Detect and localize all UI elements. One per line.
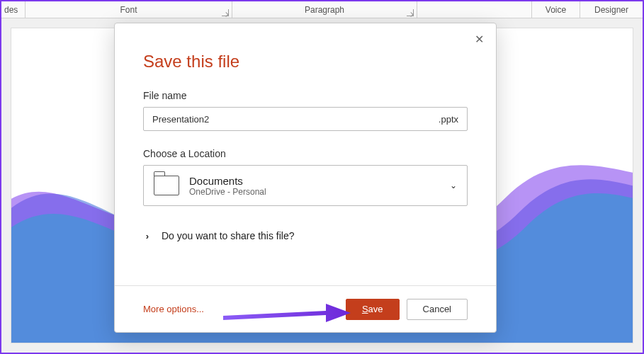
chevron-down-icon: ⌄ xyxy=(450,181,457,190)
chevron-right-icon: › xyxy=(143,231,152,241)
filename-label: File name xyxy=(143,90,468,101)
close-button[interactable]: ✕ xyxy=(469,29,489,49)
save-button-rest: ave xyxy=(368,304,383,314)
cancel-button[interactable]: Cancel xyxy=(407,299,468,320)
close-icon: ✕ xyxy=(475,33,484,46)
font-dialog-launcher-icon[interactable] xyxy=(222,9,229,16)
more-options-link[interactable]: More options... xyxy=(143,304,204,314)
ribbon-groups: des Font Paragraph Voice Designer xyxy=(1,1,643,18)
save-button[interactable]: Save xyxy=(346,299,400,320)
ribbon-group-font: Font xyxy=(26,1,232,18)
filename-input[interactable] xyxy=(152,114,439,125)
dialog-footer: More options... Save Cancel xyxy=(115,285,496,332)
ribbon-group-paragraph: Paragraph xyxy=(232,1,417,18)
share-prompt: Do you want to share this file? xyxy=(162,230,295,241)
folder-icon xyxy=(154,176,179,195)
dialog-title: Save this file xyxy=(143,52,468,72)
ribbon-group-slides: des xyxy=(1,1,26,18)
filename-field-wrapper: .pptx xyxy=(143,107,468,131)
location-sub: OneDrive - Personal xyxy=(189,187,440,197)
ribbon-group-designer: Designer xyxy=(580,1,643,18)
location-picker[interactable]: Documents OneDrive - Personal ⌄ xyxy=(143,165,468,206)
location-label: Choose a Location xyxy=(143,148,468,159)
ribbon-group-voice: Voice xyxy=(532,1,580,18)
location-name: Documents xyxy=(189,175,440,187)
ribbon-spacer xyxy=(417,1,532,18)
share-expander[interactable]: › Do you want to share this file? xyxy=(143,227,468,244)
paragraph-dialog-launcher-icon[interactable] xyxy=(407,9,414,16)
file-extension: .pptx xyxy=(439,114,458,125)
save-file-dialog: ✕ Save this file File name .pptx Choose … xyxy=(114,23,497,333)
